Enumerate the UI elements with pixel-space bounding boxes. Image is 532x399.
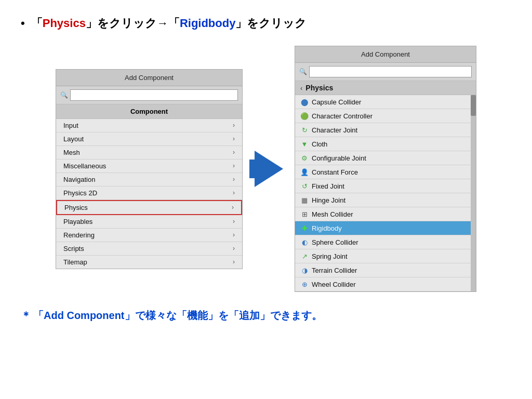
panels-row: Add Component 🔍 Component Input › Layout… (21, 46, 511, 292)
left-search-bar[interactable]: 🔍 (56, 86, 242, 104)
item-label: Constant Force (312, 168, 358, 176)
right-item-capsule-collider[interactable]: ⬤ Capsule Collider (295, 95, 476, 109)
item-label: Layout (63, 135, 84, 143)
character-controller-icon: 🟢 (300, 112, 309, 120)
hinge-joint-icon: ▦ (300, 196, 309, 204)
instruction-title: • 「Physics」をクリック→「Rigidbody」をクリック (21, 16, 511, 31)
wheel-collider-icon: ⊕ (300, 280, 309, 288)
item-label: Character Controller (312, 112, 373, 120)
item-label: Mesh (63, 149, 80, 156)
left-panel-title: Add Component (56, 70, 242, 86)
left-panel: Add Component 🔍 Component Input › Layout… (56, 69, 243, 269)
item-label: Input (63, 122, 78, 129)
right-panel-title: Add Component (295, 46, 476, 63)
capsule-collider-icon: ⬤ (300, 98, 309, 106)
cloth-icon: ▼ (300, 140, 309, 148)
list-item-miscellaneous[interactable]: Miscellaneous › (56, 159, 242, 173)
terrain-collider-icon: ◑ (300, 266, 309, 274)
back-arrow-icon: ‹ (300, 84, 302, 92)
chevron-icon: › (233, 189, 235, 196)
chevron-icon: › (233, 149, 235, 156)
rigidbody-label: Rigidbody (180, 17, 236, 30)
right-item-wheel-collider[interactable]: ⊕ Wheel Collider (295, 277, 476, 291)
item-label: Hinge Joint (312, 196, 345, 204)
physics-section-header: Physics (305, 84, 333, 92)
list-item-mesh[interactable]: Mesh › (56, 146, 242, 159)
list-item-navigation[interactable]: Navigation › (56, 173, 242, 187)
right-item-terrain-collider[interactable]: ◑ Terrain Collider (295, 263, 476, 277)
bottom-note: ＊「Add Component」で様々な「機能」を「追加」できます。 (21, 309, 511, 323)
right-panel-list: ⬤ Capsule Collider 🟢 Character Controlle… (295, 95, 476, 291)
item-label: Character Joint (312, 126, 357, 134)
item-label: Sphere Collider (312, 238, 358, 246)
chevron-icon: › (233, 218, 235, 225)
item-label: Terrain Collider (312, 267, 357, 274)
sphere-collider-icon: ◐ (300, 238, 309, 246)
right-search-input[interactable] (309, 66, 472, 77)
item-label: Cloth (312, 140, 327, 148)
right-item-sphere-collider[interactable]: ◐ Sphere Collider (295, 235, 476, 249)
right-item-constant-force[interactable]: 👤 Constant Force (295, 165, 476, 179)
bullet: • (21, 17, 25, 30)
right-arrow-icon (255, 151, 283, 187)
right-item-spring-joint[interactable]: ↗ Spring Joint (295, 249, 476, 263)
right-item-character-joint[interactable]: ↻ Character Joint (295, 123, 476, 137)
item-label: Rigidbody (312, 224, 342, 232)
list-item-layout[interactable]: Layout › (56, 132, 242, 146)
item-label: Configurable Joint (312, 154, 366, 162)
left-search-icon: 🔍 (60, 91, 68, 99)
item-label: Spring Joint (312, 252, 348, 260)
character-joint-icon: ↻ (300, 126, 309, 134)
right-panel: Add Component 🔍 ‹ Physics ⬤ Capsule Coll… (295, 46, 476, 292)
list-item-rendering[interactable]: Rendering › (56, 229, 242, 242)
rigidbody-icon: ✚ (300, 224, 309, 232)
scrollbar-track[interactable] (471, 95, 476, 291)
right-item-character-controller[interactable]: 🟢 Character Controller (295, 109, 476, 123)
right-search-icon: 🔍 (299, 68, 307, 75)
item-label: Mesh Collider (312, 210, 353, 218)
left-panel-list: Input › Layout › Mesh › Miscellaneous › … (56, 119, 242, 269)
item-label: Physics (64, 204, 88, 211)
right-item-fixed-joint[interactable]: ↺ Fixed Joint (295, 179, 476, 193)
right-search-bar[interactable]: 🔍 (295, 63, 476, 81)
right-item-configurable-joint[interactable]: ⚙ Configurable Joint (295, 151, 476, 165)
item-label: Tilemap (63, 258, 87, 266)
left-search-input[interactable] (70, 89, 238, 101)
right-item-rigidbody[interactable]: ✚ Rigidbody (295, 221, 476, 235)
left-col-header: Component (56, 104, 242, 119)
item-label: Scripts (63, 245, 84, 252)
list-item-scripts[interactable]: Scripts › (56, 242, 242, 256)
arrow-container (243, 151, 295, 187)
list-item-tilemap[interactable]: Tilemap › (56, 256, 242, 269)
item-label: Capsule Collider (312, 98, 361, 106)
item-label: Miscellaneous (63, 162, 106, 170)
right-header-physics: ‹ Physics (295, 81, 476, 95)
right-item-mesh-collider[interactable]: ⊞ Mesh Collider (295, 207, 476, 221)
list-item-physics[interactable]: Physics › (56, 200, 242, 215)
chevron-icon: › (233, 245, 235, 252)
list-item-input[interactable]: Input › (56, 119, 242, 132)
fixed-joint-icon: ↺ (300, 182, 309, 190)
item-label: Navigation (63, 176, 95, 183)
list-item-physics2d[interactable]: Physics 2D › (56, 187, 242, 200)
constant-force-icon: 👤 (300, 168, 309, 176)
chevron-icon: › (232, 204, 234, 211)
chevron-icon: › (233, 231, 235, 238)
item-label: Playables (63, 218, 92, 225)
asterisk: ＊ (21, 310, 31, 321)
configurable-joint-icon: ⚙ (300, 154, 309, 162)
chevron-icon: › (233, 176, 235, 183)
chevron-icon: › (233, 135, 235, 142)
list-item-playables[interactable]: Playables › (56, 215, 242, 229)
item-label: Physics 2D (63, 189, 97, 197)
chevron-icon: › (233, 122, 235, 129)
item-label: Fixed Joint (312, 182, 344, 190)
right-item-cloth[interactable]: ▼ Cloth (295, 137, 476, 151)
chevron-icon: › (233, 162, 235, 169)
scrollbar-thumb[interactable] (471, 95, 476, 116)
item-label: Rendering (63, 231, 95, 239)
spring-joint-icon: ↗ (300, 252, 309, 260)
chevron-icon: › (233, 258, 235, 265)
mesh-collider-icon: ⊞ (300, 210, 309, 218)
right-item-hinge-joint[interactable]: ▦ Hinge Joint (295, 193, 476, 207)
